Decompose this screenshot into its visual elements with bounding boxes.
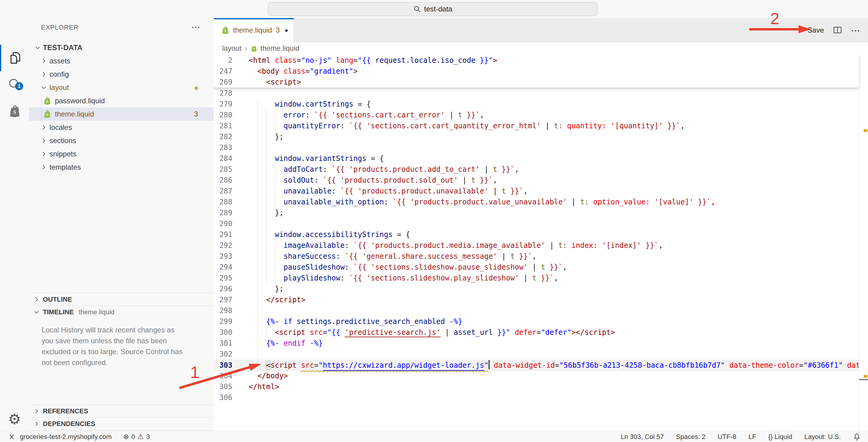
code-line-269: 269 <script> (214, 77, 850, 88)
shopify-activity-button[interactable]: S (0, 98, 29, 124)
tab-bar: S theme.liquid 3 ● Save ⋯ (214, 18, 868, 42)
tree-item-assets[interactable]: assets (29, 54, 214, 68)
explorer-activity-button[interactable]: 1 (0, 45, 29, 71)
explorer-sidebar: EXPLORER ⋯ TEST-DATAassetsconfiglayoutSp… (29, 18, 214, 431)
activity-bar: 1 S ⚙ (0, 18, 29, 431)
code-line-300: 300 <script src="{{ 'predictive-search.j… (214, 327, 859, 338)
code-line-291: 291 window.accessibilityStrings = { (214, 229, 859, 240)
shopify-icon: S (43, 97, 51, 105)
line-number: 303 (214, 360, 232, 371)
warning-marker (864, 375, 867, 378)
line-number: 302 (214, 349, 232, 360)
status-item-spaces-2[interactable]: Spaces: 2 (676, 433, 706, 441)
dirty-indicator-icon: ● (285, 27, 288, 34)
breadcrumb-file[interactable]: theme.liquid (260, 44, 300, 53)
tree-item-templates[interactable]: templates (29, 160, 214, 174)
code-line-295: 295 playSlideshow: `{{ 'sections.slidesh… (214, 273, 859, 284)
bell-icon[interactable] (853, 433, 861, 441)
outline-pane-header[interactable]: OUTLINE (29, 293, 214, 306)
tree-item-password-liquid[interactable]: Spassword.liquid (29, 94, 214, 108)
status-item-ln-303-col-57[interactable]: Ln 303, Col 57 (621, 433, 664, 441)
timeline-pane-header[interactable]: TIMELINE theme.liquid (29, 305, 214, 319)
tree-indent-guide (41, 94, 41, 121)
tree-item-layout[interactable]: layout (29, 81, 214, 94)
tree-item-theme-liquid[interactable]: Stheme.liquid3 (29, 108, 214, 121)
status-item-lf[interactable]: LF (748, 433, 756, 441)
code-line-285: 285 addToCart: `{{ 'products.product.add… (214, 164, 859, 175)
code-editor[interactable]: 278279 window.cartStrings = {280 error: … (214, 54, 868, 431)
search-activity-button[interactable] (0, 71, 29, 98)
svg-text:S: S (13, 109, 16, 115)
gear-icon: ⚙ (8, 411, 21, 428)
shopify-icon: S (43, 110, 51, 118)
line-number: 281 (214, 120, 232, 131)
code-line-299: 299 {%- if settings.predictive_search_en… (214, 316, 859, 327)
tree-item-sections[interactable]: sections (29, 134, 214, 147)
search-value: test-data (424, 5, 452, 13)
status-host[interactable]: groceries-test-2.myshopify.com (20, 433, 112, 441)
chevron-right-icon: › (245, 44, 247, 53)
chevron-right-icon (40, 58, 47, 64)
explorer-more-button[interactable]: ⋯ (191, 22, 200, 32)
dependencies-pane-header[interactable]: DEPENDENCIES (29, 417, 214, 431)
code-line-292: 292 imageAvailable: `{{ 'products.produc… (214, 240, 859, 251)
status-item-layout-u-s-[interactable]: Layout: U.S. (804, 433, 841, 441)
indent-guide (257, 99, 258, 371)
modified-dot (194, 84, 198, 92)
remote-icon[interactable] (8, 433, 16, 441)
line-number: 296 (214, 284, 232, 294)
chevron-right-icon (33, 296, 40, 303)
tree-item-snippets[interactable]: snippets (29, 147, 214, 160)
line-number: 294 (214, 262, 232, 273)
chevron-right-icon (40, 124, 47, 131)
chevron-down-icon (40, 84, 47, 91)
code-line-281: 281 quantityError: `{{ 'sections.cart.ca… (214, 120, 859, 131)
status-item-utf-8[interactable]: UTF-8 (717, 433, 736, 441)
timeline-message: Local History will track recent changes … (42, 325, 187, 368)
breadcrumb-folder[interactable]: layout (222, 44, 242, 53)
editor-actions: Save ⋯ (807, 18, 860, 42)
warning-marker (864, 129, 867, 132)
chevron-right-icon (40, 151, 47, 157)
problem-badge: 3 (194, 110, 198, 118)
code-line-290: 290 (214, 218, 859, 229)
chevron-right-icon (33, 420, 40, 427)
save-button[interactable]: Save (807, 26, 824, 34)
line-number: 2 (214, 55, 232, 66)
settings-button[interactable]: ⚙ (0, 406, 29, 432)
code-line-289: 289 }; (214, 207, 859, 218)
line-number: 284 (214, 153, 232, 164)
svg-text:S: S (224, 29, 226, 33)
references-label: REFERENCES (43, 407, 88, 415)
breadcrumb[interactable]: layout › S theme.liquid (214, 42, 868, 54)
line-number: 286 (214, 175, 232, 186)
more-actions-button[interactable]: ⋯ (851, 25, 860, 36)
status-item--liquid[interactable]: {} Liquid (768, 433, 792, 441)
tab-theme-liquid[interactable]: S theme.liquid 3 ● (214, 18, 294, 42)
tree-item-locales[interactable]: locales (29, 121, 214, 134)
split-editor-icon[interactable] (833, 26, 842, 35)
line-number: 299 (214, 316, 232, 327)
line-number: 301 (214, 338, 232, 349)
tree-item-config[interactable]: config (29, 68, 214, 81)
tree-root-test-data[interactable]: TEST-DATA (29, 41, 214, 54)
chevron-right-icon (40, 137, 47, 144)
status-bar: groceries-test-2.myshopify.com ⊗ 0 ⚠ 3 L… (0, 431, 868, 442)
indent-guide (275, 110, 275, 131)
error-icon: ⊗ (123, 433, 129, 441)
code-line-306: 306 (214, 392, 859, 403)
line-number: 298 (214, 305, 232, 316)
line-number: 293 (214, 251, 232, 262)
code-line-301: 301 {%- endif -%} (214, 338, 859, 349)
line-number: 292 (214, 240, 232, 251)
warning-count: 3 (146, 433, 150, 441)
command-center-search[interactable]: test-data (268, 2, 597, 16)
overview-ruler[interactable] (859, 54, 868, 431)
explorer-header: EXPLORER ⋯ (29, 18, 214, 36)
problems-status[interactable]: ⊗ 0 ⚠ 3 (123, 433, 150, 441)
file-tree: TEST-DATAassetsconfiglayoutSpassword.liq… (29, 41, 214, 174)
references-pane-header[interactable]: REFERENCES (29, 405, 214, 417)
shopify-icon: S (221, 26, 229, 34)
code-line-302: 302 (214, 349, 859, 360)
chevron-right-icon (33, 408, 40, 415)
